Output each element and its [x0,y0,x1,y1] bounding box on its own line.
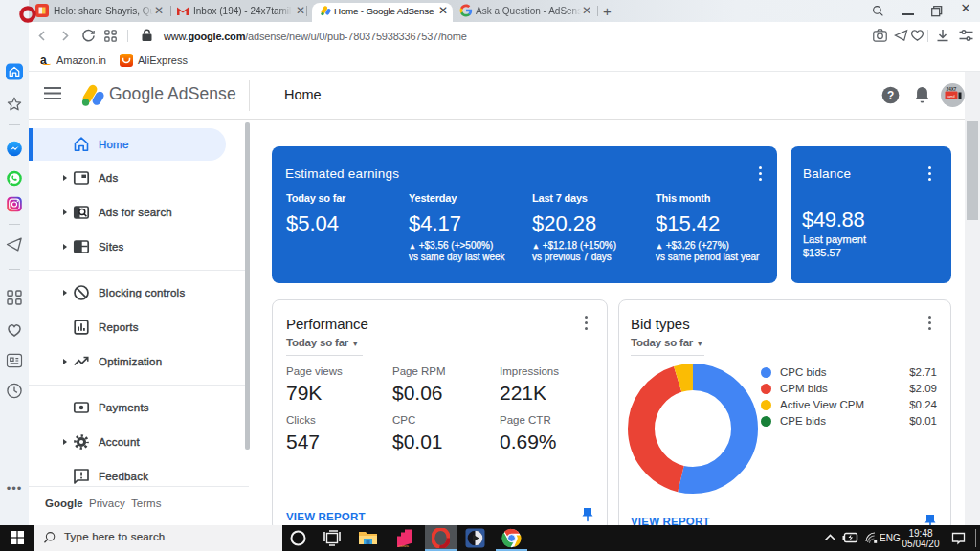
svg-text:24X7: 24X7 [947,87,957,92]
svg-text:?: ? [887,89,894,102]
svg-text:tamil: tamil [947,94,955,99]
svg-text:canva: canva [398,543,409,548]
